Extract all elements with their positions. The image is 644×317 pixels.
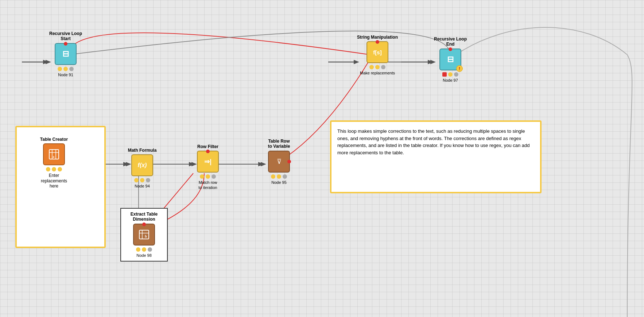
node-91-label: Node 91 [58, 73, 73, 77]
status-dot [46, 167, 50, 171]
status-dot [58, 67, 62, 71]
status-dot [142, 247, 146, 252]
warning-badge: ! [456, 65, 463, 72]
node-94-label: Node 94 [135, 184, 150, 189]
node-94-title: Math Formula [128, 148, 157, 153]
node-95-label: Node 95 [271, 180, 287, 185]
node-95-box[interactable]: ⊽ [268, 151, 290, 173]
loop-start-icon: ⊟ [62, 49, 69, 59]
node-95[interactable]: Table Rowto Variable ⊽ Node 95 [261, 139, 297, 185]
status-dot [271, 174, 275, 179]
svg-text:+: + [53, 155, 55, 159]
node-94[interactable]: Math Formula f(x) Node 94 [124, 148, 160, 189]
node-98-box[interactable]: b [133, 224, 155, 246]
dimension-icon: b [139, 229, 150, 240]
loop-end-icon: ⊟ [447, 55, 454, 64]
status-dot [69, 67, 74, 71]
node-97-box[interactable]: ⊟ ! [439, 49, 461, 70]
node-table-creator[interactable]: Table Creator + Enterreplacementshere [32, 137, 76, 189]
node-95-title: Table Rowto Variable [268, 139, 290, 149]
info-box: This loop makes simple corrections to th… [330, 120, 542, 193]
status-dot [146, 178, 150, 182]
workflow-canvas: Recursive Loop Start ⊟ Node 91 Table Cre… [0, 0, 644, 317]
status-dot [200, 174, 204, 179]
status-dot [375, 65, 380, 69]
info-box-text: This loop makes simple corrections to th… [337, 128, 534, 156]
node-91-status [58, 67, 74, 71]
node-97-label: Node 97 [443, 78, 458, 83]
status-dot [140, 178, 144, 182]
status-dot [136, 247, 140, 252]
svg-rect-20 [139, 230, 149, 239]
status-dot [277, 174, 281, 179]
string-manip-sublabel: Make replacements [360, 71, 395, 76]
row-filter-status [200, 174, 216, 179]
row-filter-icon: ⇒| [204, 158, 212, 166]
node-98-status [136, 247, 152, 252]
string-manip-status [369, 65, 385, 69]
fx-icon: f(x) [138, 162, 147, 169]
node-91[interactable]: Recursive Loop Start ⊟ Node 91 [47, 31, 84, 77]
node-91-box[interactable]: ⊟ [55, 43, 77, 65]
table-creator-status [46, 167, 62, 171]
table-creator-sublabel: Enterreplacementshere [41, 173, 67, 189]
node-98[interactable]: Extract TableDimension b Node 98 [120, 208, 168, 262]
node-95-status [271, 174, 287, 179]
status-dot [283, 174, 287, 179]
node-98-title: Extract TableDimension [131, 212, 158, 222]
node-97[interactable]: Recursive Loop End ⊟ ! Node 97 [432, 36, 469, 83]
status-dot [369, 65, 374, 69]
status-dot-error [442, 72, 447, 77]
table-creator-box[interactable]: + [43, 143, 65, 165]
status-dot [454, 72, 458, 77]
status-dot [58, 167, 62, 171]
node-98-label: Node 98 [136, 253, 152, 258]
node-row-filter[interactable]: Row Filter ⇒| Match rowto iteration [190, 144, 226, 190]
string-manip-box[interactable]: f[s] [366, 41, 388, 63]
string-manip-title: String Manipulation [357, 35, 398, 40]
node-string-manip[interactable]: String Manipulation f[s] Make replacemen… [356, 35, 399, 76]
status-dot [134, 178, 139, 182]
status-dot [206, 174, 210, 179]
node-94-status [134, 178, 150, 182]
status-dot [63, 67, 68, 71]
fs-icon: f[s] [373, 49, 381, 55]
table-creator-title: Table Creator [40, 137, 68, 142]
node-97-status [442, 72, 458, 77]
status-dot [381, 65, 385, 69]
table-creator-icon: + [44, 144, 64, 165]
table-row-var-icon: ⊽ [277, 158, 282, 166]
row-filter-box[interactable]: ⇒| [197, 151, 219, 173]
svg-text:b: b [145, 235, 147, 238]
status-dot [148, 247, 152, 252]
row-filter-sublabel: Match rowto iteration [198, 180, 217, 190]
node-94-box[interactable]: f(x) [131, 154, 153, 176]
row-filter-title: Row Filter [197, 144, 218, 149]
node-97-title: Recursive Loop End [432, 36, 469, 47]
status-dot [212, 174, 216, 179]
status-dot [448, 72, 453, 77]
status-dot [52, 167, 56, 171]
